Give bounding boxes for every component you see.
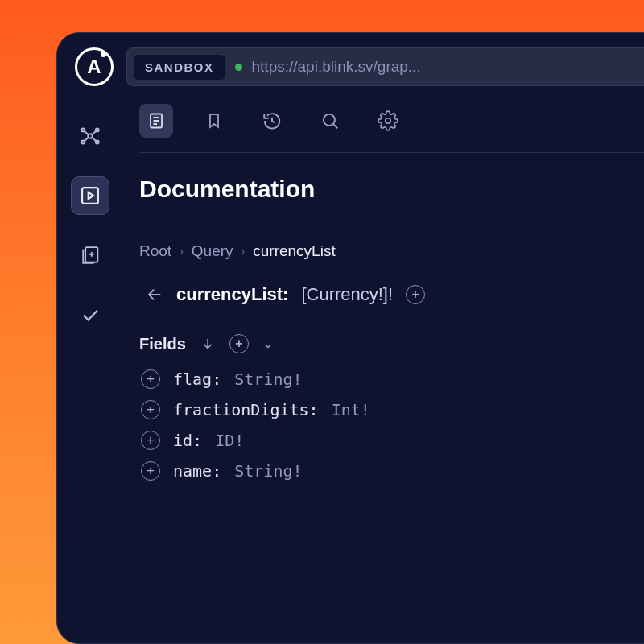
type-signature-row: currencyList: [Currency!]! +	[146, 284, 644, 305]
tab-documentation[interactable]	[139, 104, 173, 138]
content-panel: Documentation Root › Query › currencyLis…	[123, 97, 644, 643]
page-title: Documentation	[139, 175, 644, 203]
app-window: A SANDBOX https://api.blink.sv/grap... P…	[56, 32, 644, 644]
history-icon	[262, 110, 283, 131]
svg-marker-11	[89, 192, 93, 199]
tab-history[interactable]	[255, 104, 289, 138]
field-type[interactable]: String!	[234, 369, 302, 389]
app-logo[interactable]: A	[75, 47, 114, 86]
add-all-fields-button[interactable]: +	[229, 334, 249, 353]
tab-search[interactable]	[313, 104, 347, 138]
tab-settings[interactable]	[371, 104, 405, 138]
add-field-icon[interactable]: +	[141, 461, 160, 481]
field-row[interactable]: + name: String!	[141, 461, 644, 481]
svg-line-6	[85, 131, 89, 135]
svg-line-9	[92, 138, 96, 142]
add-field-icon[interactable]: +	[141, 431, 160, 450]
divider	[139, 221, 644, 221]
field-name: flag:	[173, 369, 221, 389]
document-icon	[147, 111, 166, 130]
field-row[interactable]: + fractionDigits: Int!	[141, 400, 644, 419]
svg-point-21	[386, 118, 391, 124]
sort-arrow-icon[interactable]	[200, 336, 215, 351]
svg-rect-10	[82, 188, 98, 204]
svg-point-19	[324, 114, 335, 126]
chevron-down-icon[interactable]: ⌄	[263, 337, 273, 350]
diff-icon	[79, 244, 101, 266]
svg-line-20	[333, 124, 337, 128]
chevron-right-icon: ›	[242, 245, 246, 258]
breadcrumb-current: currencyList	[253, 242, 335, 260]
check-icon	[79, 303, 101, 326]
field-list: + flag: String! + fractionDigits: Int! +…	[141, 369, 644, 481]
fields-header: Fields + ⌄	[139, 334, 644, 353]
endpoint-url: https://api.blink.sv/grap...	[252, 58, 421, 76]
field-name: fractionDigits:	[173, 400, 319, 419]
gear-icon	[378, 110, 398, 131]
field-type[interactable]: Int!	[332, 400, 370, 419]
search-icon	[320, 110, 341, 131]
breadcrumb: Root › Query › currencyList	[139, 242, 644, 260]
top-bar: A SANDBOX https://api.blink.sv/grap... P…	[57, 33, 644, 97]
add-field-icon[interactable]: +	[141, 400, 160, 419]
fields-label: Fields	[139, 335, 186, 353]
field-name: name:	[173, 461, 221, 481]
environment-tag[interactable]: SANDBOX	[134, 55, 225, 80]
add-field-icon[interactable]: +	[141, 369, 160, 389]
breadcrumb-query[interactable]: Query	[192, 242, 233, 260]
status-dot-icon	[235, 64, 242, 71]
chevron-right-icon: ›	[180, 245, 184, 258]
field-type[interactable]: ID!	[215, 431, 244, 450]
doc-toolbar	[139, 104, 644, 153]
signature-return-type[interactable]: [Currency!]!	[301, 284, 393, 305]
left-sidebar	[57, 97, 123, 643]
breadcrumb-root[interactable]: Root	[139, 242, 171, 260]
sidebar-item-diff[interactable]	[71, 236, 109, 275]
field-row[interactable]: + id: ID!	[141, 431, 644, 450]
field-name: id:	[173, 431, 202, 450]
field-type[interactable]: String!	[234, 461, 302, 481]
add-field-button[interactable]: +	[406, 285, 425, 304]
signature-name: currencyList:	[176, 284, 288, 305]
svg-line-8	[85, 138, 89, 142]
sidebar-item-schema[interactable]	[71, 117, 109, 155]
back-arrow-icon[interactable]	[146, 286, 163, 303]
main-area: Documentation Root › Query › currencyLis…	[57, 97, 644, 643]
svg-line-7	[92, 131, 96, 135]
logo-letter: A	[87, 56, 101, 78]
url-bar[interactable]: SANDBOX https://api.blink.sv/grap...	[126, 47, 644, 86]
play-square-icon	[79, 184, 101, 207]
tab-bookmarks[interactable]	[197, 104, 231, 138]
bookmark-icon	[204, 111, 224, 130]
sidebar-item-checks[interactable]	[71, 295, 109, 334]
field-row[interactable]: + flag: String!	[141, 369, 644, 389]
graph-icon	[78, 124, 102, 148]
sidebar-item-explorer[interactable]	[71, 176, 109, 215]
